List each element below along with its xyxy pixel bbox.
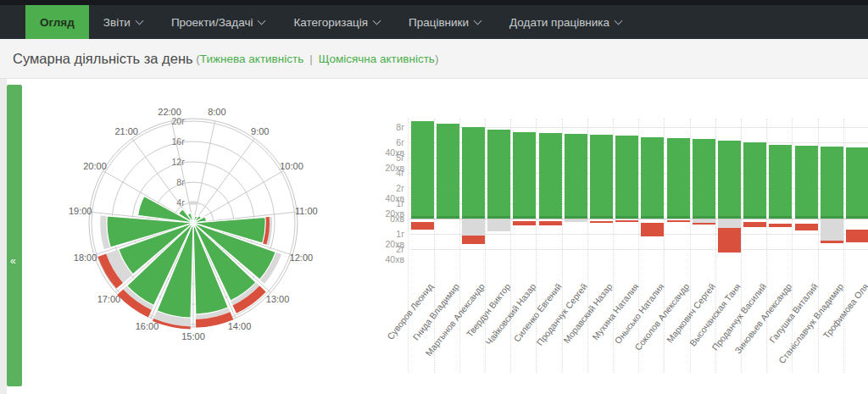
bar-chart-vgrid (408, 119, 409, 373)
chevron-down-icon (373, 16, 381, 25)
bar-chart-vgrid (485, 119, 486, 373)
polar-radial-tick: 4г (176, 197, 185, 208)
paren-open: ( (193, 53, 200, 65)
bar-unproductive-red[interactable] (641, 223, 664, 236)
left-gutter (0, 79, 7, 394)
bar-unproductive-red[interactable] (539, 221, 562, 225)
polar-hour-label: 20:00 (83, 161, 107, 171)
bar-chart-vgrid (792, 119, 793, 373)
chevron-down-icon (258, 16, 266, 25)
bar-productive-green[interactable] (718, 141, 741, 219)
bar-chart-ytick: 8г (377, 122, 404, 132)
nav-item-menu[interactable]: Працівники (394, 5, 495, 39)
chevron-down-icon (135, 16, 143, 25)
bar-productive-green[interactable] (743, 142, 766, 219)
bar-productive-green[interactable] (641, 137, 664, 219)
weekly-activity-link[interactable]: Тижнева активність (200, 53, 303, 65)
polar-hour-label: 11:00 (295, 206, 318, 216)
bar-productive-green[interactable] (487, 130, 510, 219)
daily-activity-polar-chart: 8:009:0010:0011:0012:0013:0014:0015:0016… (54, 100, 326, 354)
polar-hour-label: 18:00 (74, 252, 97, 263)
bar-unproductive-red[interactable] (615, 220, 638, 222)
bar-productive-green[interactable] (615, 136, 638, 219)
bar-unproductive-red[interactable] (743, 222, 766, 227)
chevron-down-icon (474, 16, 482, 25)
paren-close: ) (435, 53, 439, 65)
nav-item-label: Огляд (40, 16, 75, 29)
bar-chart-vgrid (562, 119, 563, 373)
chevron-down-icon (615, 16, 623, 25)
bar-productive-green[interactable] (667, 138, 690, 219)
bar-chart-vgrid (818, 119, 819, 373)
bar-unproductive-red[interactable] (513, 221, 536, 225)
bar-chart-vgrid (690, 119, 691, 373)
bar-unproductive-red[interactable] (693, 223, 715, 225)
polar-radial-tick: 12г (171, 157, 185, 167)
nav-item-menu[interactable]: Категоризація (279, 5, 394, 39)
employee-name-label: Суворов Леонид (385, 281, 435, 341)
polar-sector[interactable] (189, 201, 197, 205)
bar-idle-gray[interactable] (718, 219, 741, 228)
bar-unproductive-red[interactable] (411, 222, 434, 230)
bar-productive-green[interactable] (539, 133, 562, 219)
bar-productive-green[interactable] (821, 147, 843, 219)
bar-chart-vgrid (664, 119, 665, 373)
bar-unproductive-red[interactable] (718, 228, 741, 252)
polar-hour-label: 13:00 (266, 294, 290, 304)
bar-unproductive-red[interactable] (795, 224, 818, 230)
polar-hour-label: 21:00 (114, 126, 138, 136)
polar-hour-label: 14:00 (228, 321, 252, 331)
nav-item-active[interactable]: Огляд (25, 5, 89, 39)
link-separator: | (303, 53, 319, 65)
nav-item-menu[interactable]: Додати працівника (495, 5, 636, 39)
employee-activity-bar-chart: 8г6г 40хв5г 20хв4г2г 40хв1г 20хв0хв1г 20… (377, 100, 868, 388)
polar-radial-tick: 20г (171, 116, 185, 126)
bar-chart-vgrid (638, 119, 639, 373)
bar-productive-green[interactable] (411, 121, 434, 219)
bar-productive-green[interactable] (769, 145, 792, 219)
bar-productive-green[interactable] (437, 124, 459, 219)
polar-hour-label: 17:00 (97, 294, 121, 304)
bar-productive-green[interactable] (590, 135, 613, 219)
bar-productive-green[interactable] (513, 132, 536, 219)
polar-hour-label: 15:00 (181, 331, 205, 341)
nav-item-label: Категоризація (293, 16, 368, 29)
polar-chart-svg: 8:009:0010:0011:0012:0013:0014:0015:0016… (54, 100, 326, 354)
nav-item-menu[interactable]: Звіти (89, 5, 157, 39)
page-title: Сумарна діяльність за день (13, 51, 193, 67)
sidebar-collapse-strip[interactable]: « (7, 85, 22, 386)
monthly-activity-link[interactable]: Щомісячна активність (319, 53, 435, 65)
bar-unproductive-red[interactable] (846, 230, 868, 242)
nav-item-label: Звіти (103, 16, 131, 29)
bar-chart-ytick: 2г 40хв (377, 244, 404, 264)
collapse-chevron-icon: « (10, 255, 16, 267)
bar-unproductive-red[interactable] (590, 221, 613, 223)
polar-radial-tick: 16г (171, 136, 185, 147)
bar-chart-hgrid (409, 249, 868, 250)
bar-idle-gray[interactable] (821, 219, 843, 241)
bar-productive-green[interactable] (462, 127, 485, 219)
bar-productive-green[interactable] (693, 139, 715, 219)
overview-page: ОглядЗвітиПроекти/ЗадачіКатегоризаціяПра… (0, 0, 868, 394)
employee-name-label: Трофимова Оля (821, 281, 868, 341)
bar-idle-gray[interactable] (462, 219, 485, 236)
bar-unproductive-red[interactable] (769, 224, 792, 228)
bar-chart-vgrid (613, 119, 614, 373)
bar-unproductive-red[interactable] (667, 220, 690, 222)
bar-chart-vgrid (587, 119, 588, 373)
bar-chart-vgrid (510, 119, 511, 373)
bar-idle-gray[interactable] (565, 219, 587, 222)
bar-idle-gray[interactable] (487, 219, 510, 231)
polar-hour-label: 19:00 (69, 206, 92, 216)
bar-chart-ytick: 4г (377, 168, 404, 178)
bar-unproductive-red[interactable] (821, 241, 843, 243)
bar-productive-green[interactable] (846, 147, 868, 219)
employee-name-label: Мухина Наталия (590, 281, 640, 341)
bar-chart-vgrid (536, 119, 537, 373)
bar-productive-green[interactable] (795, 146, 818, 219)
bar-chart-vgrid (715, 119, 716, 373)
bar-unproductive-red[interactable] (462, 236, 485, 244)
top-nav: ОглядЗвітиПроекти/ЗадачіКатегоризаціяПра… (0, 5, 868, 39)
bar-productive-green[interactable] (565, 134, 587, 219)
nav-item-menu[interactable]: Проекти/Задачі (157, 5, 280, 39)
